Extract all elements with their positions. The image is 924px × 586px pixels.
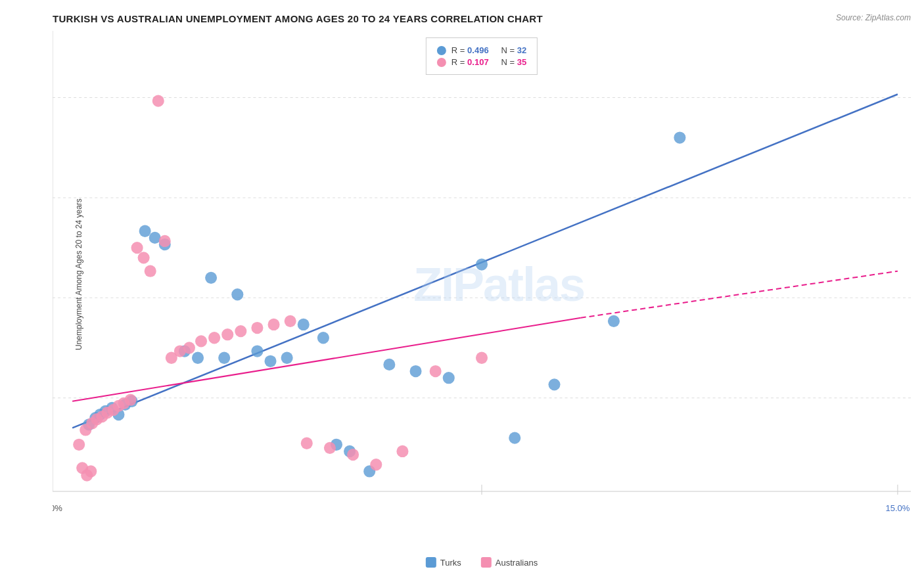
blue-r-label: R = 0.496 [451,45,489,55]
legend-row-blue: R = 0.496 N = 32 [437,45,526,55]
svg-text:0.0%: 0.0% [53,503,62,513]
legend-item-australians: Australians [481,557,538,568]
australians-legend-dot [481,557,492,568]
pink-r-value: 0.107 [467,57,489,67]
svg-point-47 [608,315,620,327]
svg-point-83 [85,465,97,477]
svg-point-45 [509,432,520,443]
svg-point-74 [324,442,336,454]
svg-point-48 [674,131,685,143]
scatter-chart: 40.0% 30.0% 20.0% 10.0% 0.0% 15.0% [53,31,911,538]
pink-n-value: 35 [517,57,526,67]
svg-point-46 [548,378,560,390]
svg-point-44 [476,258,488,270]
svg-point-79 [476,352,488,364]
svg-point-76 [370,459,382,470]
svg-point-33 [251,345,263,357]
svg-point-65 [183,342,195,353]
svg-point-67 [208,332,220,344]
blue-legend-dot [437,46,446,55]
svg-point-58 [131,242,143,254]
svg-point-34 [264,355,276,367]
legend-box: R = 0.496 N = 32 R = 0.107 N = 35 [426,37,538,75]
pink-legend-dot [437,58,446,67]
source-label: Source: ZipAtlas.com [836,13,911,22]
svg-point-59 [138,252,150,263]
svg-point-35 [281,352,293,364]
svg-point-71 [268,319,280,330]
bottom-legend: Turks Australians [426,557,538,568]
chart-area: Unemployment Among Ages 20 to 24 years R… [53,31,911,538]
svg-point-62 [159,235,171,247]
svg-point-57 [125,394,137,406]
svg-point-75 [347,449,359,461]
svg-point-68 [221,328,233,340]
legend-row-pink: R = 0.107 N = 35 [437,57,526,67]
svg-point-60 [145,265,156,277]
svg-point-41 [383,359,395,371]
svg-point-30 [205,272,217,284]
pink-r-label: R = 0.107 [451,57,489,67]
svg-point-61 [152,95,164,107]
svg-point-73 [301,438,313,449]
svg-point-72 [285,315,296,327]
svg-point-70 [251,322,263,334]
svg-point-32 [231,288,243,300]
legend-item-turks: Turks [426,557,461,568]
svg-point-78 [430,365,442,377]
blue-n-label: N = 32 [494,45,527,55]
svg-point-31 [218,352,230,364]
svg-point-69 [235,325,246,337]
svg-point-66 [195,335,207,347]
turks-label: Turks [440,558,461,568]
blue-r-value: 0.496 [467,45,489,55]
svg-point-42 [409,365,421,377]
svg-point-29 [192,352,204,364]
svg-point-37 [317,332,329,344]
svg-point-77 [396,445,408,457]
blue-n-value: 32 [517,45,526,55]
turks-legend-dot [426,557,436,568]
australians-label: Australians [496,558,538,568]
chart-container: TURKISH VS AUSTRALIAN UNEMPLOYMENT AMONG… [0,0,924,586]
svg-text:15.0%: 15.0% [885,503,910,513]
svg-line-16 [581,271,898,318]
svg-point-36 [298,319,310,330]
y-axis-label: Unemployment Among Ages 20 to 24 years [74,219,83,350]
svg-line-15 [72,318,581,401]
pink-n-label: N = 35 [494,57,527,67]
svg-point-43 [443,372,455,384]
svg-point-25 [139,225,151,237]
svg-point-80 [73,439,85,451]
chart-title: TURKISH VS AUSTRALIAN UNEMPLOYMENT AMONG… [53,13,911,24]
